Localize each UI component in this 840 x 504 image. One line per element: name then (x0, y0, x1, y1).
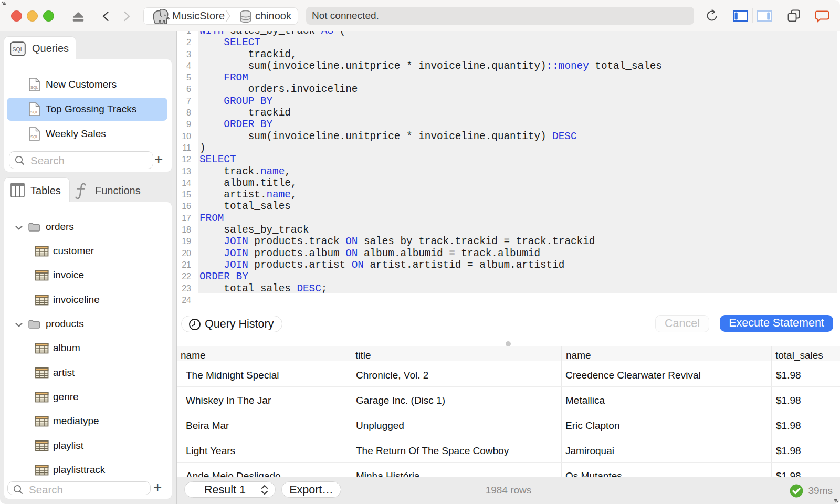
svg-text:SQL: SQL (12, 46, 23, 52)
